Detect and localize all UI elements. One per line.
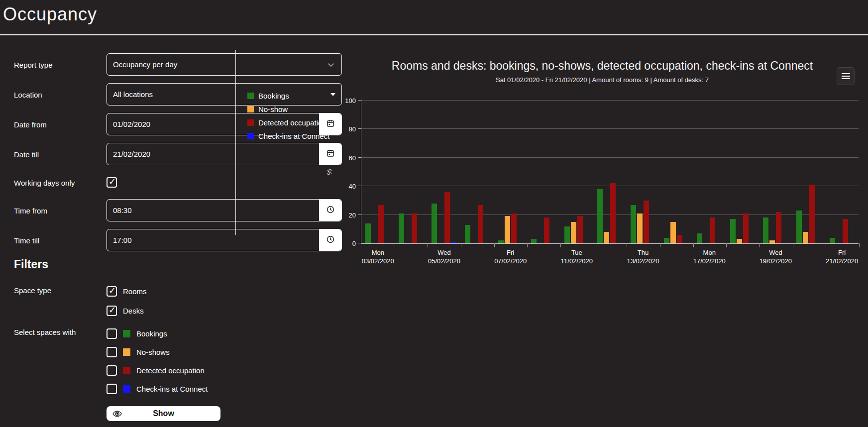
working-days-label: Working days only [14,178,75,187]
working-days-row: Working days only [0,171,235,194]
header-divider [0,34,868,35]
x-tick-mark [660,243,660,247]
legend-label: No-show [258,105,288,113]
bar-no-show [571,222,576,243]
bar-bookings [730,219,736,243]
series-filter-label: Check-ins at Connect [136,385,208,393]
show-button-label: Show [153,409,174,418]
filters-heading: Filters [14,258,48,271]
x-axis-label-date: 05/02/2020 [413,257,476,265]
bar-bookings [796,211,802,243]
series-filter-label: No-shows [136,348,170,356]
bar-bookings [631,205,636,243]
date-from-row: Date from [0,113,235,135]
x-axis-label: Wed05/02/2020 [413,248,476,265]
legend-label: Check-ins at Connect [258,132,329,140]
space-type-checkbox[interactable] [107,286,117,297]
x-tick-mark [461,243,461,247]
x-axis-label-date: 03/02/2020 [346,257,410,265]
report-type-row: Report type Occupancy per day [0,53,235,76]
time-till-input-group [107,229,342,251]
x-tick-mark [826,243,826,247]
x-tick-mark [560,243,561,247]
bar-bookings [763,217,768,243]
x-axis-label-day: Wed [744,248,807,257]
bar-no-show [737,239,742,243]
legend-color-swatch [247,93,254,99]
select-spaces-with-label: Select spaces with [14,328,76,336]
bar-group: Wed05/02/2020 [428,98,461,243]
space-type-checkbox[interactable] [107,306,117,316]
working-days-checkbox[interactable] [107,177,117,188]
x-tick-mark [527,243,528,247]
legend-label: Bookings [258,92,289,100]
bar-group [461,98,494,243]
bar-bookings [664,238,669,243]
bar-detected-occupation [843,219,848,243]
bar-groups: Mon03/02/2020Wed05/02/2020Fri07/02/2020T… [361,98,859,243]
legend-item: Bookings [247,92,329,100]
chart-title: Rooms and desks: bookings, no-shows, det… [348,59,856,73]
series-color-swatch [123,385,130,393]
bar-group: Fri07/02/2020 [494,98,527,243]
x-tick-mark [395,243,395,247]
chart-legend: BookingsNo-showDetected occupationCheck-… [247,92,329,145]
bar-detected-occupation [378,205,384,243]
x-axis-label-date: 19/02/2020 [744,257,807,265]
bar-detected-occupation [610,183,616,243]
x-axis-label-day: Fri [479,248,542,257]
show-button[interactable]: Show [107,406,220,421]
select-spaces-option-row: Check-ins at Connect [107,384,208,394]
bar-group: Tue11/02/2020 [560,98,594,243]
x-axis-label: Tue11/02/2020 [545,248,609,265]
bar-no-show [637,214,643,243]
calendar-icon [326,149,335,159]
chart-subtitle: Sat 01/02/2020 - Fri 21/02/2020 | Amount… [348,76,856,84]
x-axis-label-date: 21/02/2020 [810,257,868,265]
report-type-label: Report type [14,60,53,69]
bar-group [395,98,428,243]
bar-bookings [498,240,504,243]
x-axis-label-day: Mon [678,248,741,257]
bar-group [726,98,760,243]
date-till-input[interactable] [107,143,319,165]
series-color-swatch [123,367,130,374]
series-filter-checkbox[interactable] [107,384,117,394]
bar-detected-occupation [544,217,549,243]
select-spaces-option-row: Detected occupation [107,365,205,376]
space-type-option-row: Desks [107,306,144,316]
series-filter-checkbox[interactable] [107,365,117,376]
x-axis-label-day: Mon [346,248,410,257]
x-axis-label-date: 07/02/2020 [479,257,542,265]
select-spaces-option-row: Bookings [107,328,167,339]
bar-detected-occupation [444,192,450,243]
chevron-down-icon [326,60,335,69]
bar-group: Thu13/02/2020 [627,98,660,243]
bar-bookings [399,214,404,243]
page-title: Occupancy [3,4,97,25]
x-axis-label: Fri07/02/2020 [479,248,542,265]
clock-icon [326,205,335,215]
chart-menu-button[interactable] [837,67,855,85]
legend-item: No-show [247,105,329,113]
y-tick-label: 60 [336,154,356,162]
series-filter-checkbox[interactable] [107,347,117,357]
bar-bookings [697,233,702,243]
x-axis-label: Mon03/02/2020 [346,248,410,265]
time-till-input[interactable] [107,229,319,251]
bar-detected-occupation [412,214,417,243]
series-filter-checkbox[interactable] [107,328,117,339]
space-type-option-label: Desks [123,307,144,315]
legend-label: Detected occupation [258,118,326,127]
location-value: All locations [113,90,153,99]
x-axis-label-day: Fri [810,248,868,257]
bar-detected-occupation [511,214,517,243]
report-type-select[interactable]: Occupancy per day [107,53,342,76]
x-tick-mark [494,243,495,247]
x-axis-label: Thu13/02/2020 [612,248,675,265]
bar-group [527,98,560,243]
time-from-input[interactable] [107,200,319,221]
bar-check-ins-at-connect [451,242,456,243]
bar-bookings [432,204,437,243]
x-tick-mark [859,243,860,247]
